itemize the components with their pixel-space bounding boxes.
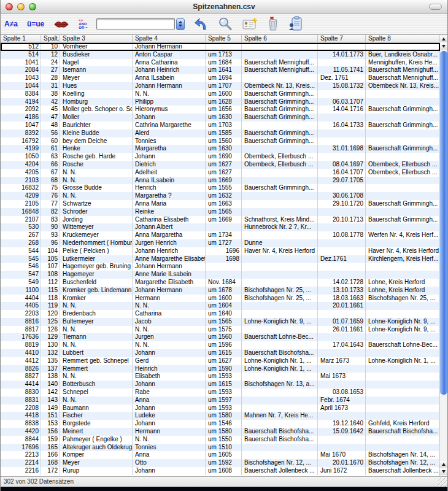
table-row[interactable]: 420976N. N.Margaretha ?um 163230.06.1708	[1, 192, 440, 200]
trash-icon[interactable]	[267, 17, 279, 31]
table-header-row: Spalte 1Spalt...Spalte 3Spalte 4Spalte 5…	[1, 35, 440, 43]
zoom-button[interactable]	[29, 3, 36, 10]
table-row[interactable]: 8830142SchnepelRabeum 159303.08.1653	[1, 389, 440, 396]
vertical-scrollbar[interactable]	[439, 35, 447, 476]
column-header[interactable]: Spalte 3	[60, 35, 133, 42]
table-row[interactable]: 51210VornheerJohann Hermann	[1, 43, 440, 51]
table-row[interactable]: 549112BuschenfeldMargarethe ElisabethNov…	[1, 279, 440, 287]
search-input[interactable]	[96, 18, 175, 29]
table-cell: um 1600	[206, 90, 242, 98]
table-cell	[318, 208, 366, 216]
table-row[interactable]: 4412135Remmert geb. SchnepelGerdum 1627L…	[1, 357, 440, 365]
table-row[interactable]: 104124NagelAnna Catharinaum 1684Bauersch…	[1, 59, 440, 67]
table-row[interactable]: 418647MollerJohannum 1630Bauerschaft Gri…	[1, 114, 440, 122]
table-row[interactable]: 4410132LubbertJohannum 1615Bauerschaft B…	[1, 349, 440, 357]
column-header[interactable]: Spalte 6	[242, 35, 318, 42]
clipboard-person-icon[interactable]	[288, 16, 303, 32]
table-row[interactable]: 8816125BultemeyerJacobum 1565Lohne-Konig…	[1, 318, 440, 326]
table-row[interactable]: 8831143N. N.Annaum 1597Febr. 1674	[1, 396, 440, 404]
table-cell: Bauerschaft Grimmingh...	[366, 122, 439, 130]
table-row[interactable]: 2208149BaumannJohannum 1593April 1673	[1, 404, 440, 412]
column-header[interactable]: Spalt...	[41, 35, 60, 42]
table-row[interactable]: 1100115Kromker geb. LindemannJohann Herm…	[1, 287, 440, 295]
table-row[interactable]: 420567N. N.Adelheitum 162716.04.1707Ober…	[1, 169, 440, 177]
table-cell: Niederhommert ( Hombur...	[60, 239, 133, 247]
table-row[interactable]: 8844159Pahmeyer ( Engelke )N. N.um 1550B…	[1, 436, 440, 444]
table-row[interactable]: 26793KruckemeyerAnna Margarethaum 173410…	[1, 231, 440, 239]
table-row[interactable]: 8819130N. N.N. N.um 159617.04.1643Bauers…	[1, 341, 440, 349]
close-button[interactable]	[6, 3, 13, 10]
table-cell: Bischofshagen Nr. 14, ...	[366, 451, 439, 459]
table-row[interactable]: 17636129TiemannJurgenum 1560Bauerschaft …	[1, 333, 440, 341]
table-row[interactable]: 1683275Grosse BuddeHenrichum 1555Bauersc…	[1, 184, 440, 192]
toolbar-toggle-button[interactable]	[429, 4, 442, 10]
table-row[interactable]: 546107Hagemeyer geb. BruningJohann Herma…	[1, 263, 440, 271]
table-row[interactable]: 17696165Altekruger auch OldekrugerTonnie…	[1, 444, 440, 452]
table-row[interactable]: 545105LutkermeierAnne Margarethe Elisabe…	[1, 255, 440, 263]
minimize-button[interactable]	[17, 3, 25, 10]
scroll-up-arrow-bottom[interactable]	[439, 461, 447, 468]
contact-card-icon[interactable]	[242, 17, 258, 31]
table-row[interactable]: 26896Niederhommert ( Hombur...Jurgen Hen…	[1, 239, 440, 247]
table-row[interactable]: 2203120BredenbachCatharinaum 1640	[1, 310, 440, 318]
table-row[interactable]: 104748BaurichterCathrina Margaretheum 17…	[1, 122, 440, 130]
table-row[interactable]: 53090WittemeyerJohann AlbertHunnebrock N…	[1, 223, 440, 231]
table-cell: 14.01.1773	[318, 51, 366, 59]
column-header[interactable]: Spalte 5	[206, 35, 242, 42]
table-row[interactable]: 1679260bey dem DeicheTonniesum 1560Bauer…	[1, 137, 440, 145]
condition-operators-button[interactable]: <> AND OR =	[79, 18, 87, 29]
table-cell: Gohfeld, Kreis Herford	[366, 420, 439, 428]
table-row[interactable]: 4420156MeinertHermannum 1580Bauerschaft …	[1, 428, 440, 436]
table-row[interactable]: 547108HagemeyerAnne Marie ILsabein	[1, 271, 440, 279]
table-row[interactable]: 419442HomburgPhilippum 1628Bauerschaft G…	[1, 98, 440, 106]
table-row[interactable]: 8827138N. N.Elisabethum 1593Mai 1673	[1, 373, 440, 381]
table-row[interactable]: 544104Pelke ( Pelcken )Johann Henrich169…	[1, 247, 440, 255]
table-row[interactable]: 4414140BotterbuschJohannum 1615Bischofsh…	[1, 381, 440, 389]
table-row[interactable]: 4404118KromkerHermannum 1600Bischofshage…	[1, 295, 440, 303]
scroll-down-arrow-top[interactable]	[439, 43, 447, 50]
table-row[interactable]: 839256Kleine BuddeAlerdum 1585Bauerschaf…	[1, 130, 440, 137]
umlaut-convert-button[interactable]: ü=ue	[27, 20, 44, 28]
table-cell: 20.10.1713	[318, 216, 366, 224]
table-row[interactable]: 51412BusdiekerAnton Casparum 171314.01.1…	[1, 51, 440, 59]
scroll-up-arrow-top[interactable]	[439, 36, 447, 42]
table-row[interactable]: 210577SchwartzeAnna Mariaum 166329.10.17…	[1, 200, 440, 208]
table-cell: 268	[1, 239, 41, 247]
lips-icon[interactable]	[53, 20, 69, 29]
table-row[interactable]: 838438KoellingN. N.um 1600Bauerschaft Gr…	[1, 90, 440, 98]
table-row[interactable]: 2216172RurupJohannum 1608Bauerschaft Jol…	[1, 467, 440, 475]
scrollbar-thumb[interactable]	[440, 51, 447, 395]
table-row[interactable]: 4418151FischerLudekeum 1580Mahnen Nr. 7,…	[1, 412, 440, 420]
table-row[interactable]: 210783JordingCatharina Elisabethum 1669S…	[1, 216, 440, 224]
table-row[interactable]: 104431HuesJohann Hermannum 1707Obernbeck…	[1, 82, 440, 90]
column-header[interactable]: Spalte 4	[133, 35, 206, 42]
resize-grip[interactable]	[438, 477, 447, 487]
table-row[interactable]: 419961HenkeMargarethaum 163031.01.1698Ba…	[1, 145, 440, 153]
column-header[interactable]: Spalte 1	[1, 35, 41, 42]
table-row[interactable]: 8838153BorgstedeJohannum 154619.12.1640G…	[1, 420, 440, 428]
search-stepper[interactable]	[176, 18, 185, 30]
table-row[interactable]: 209245Moller geb. Schoper o. Sc...Hieron…	[1, 106, 440, 114]
scroll-down-arrow-bottom[interactable]	[439, 468, 447, 475]
table-row[interactable]: 2214168MeyerOttoum 1592Bischofshagen Nr.…	[1, 459, 440, 467]
table-cell: Bischofshagen Nr. 12, ...	[242, 459, 318, 467]
table-row[interactable]: 208427IsemannJohann Heinrichum 1641Bauer…	[1, 66, 440, 74]
table-row[interactable]: 8826137RemmertHeinrichum 1590Lohne-Konig…	[1, 365, 440, 373]
table-row[interactable]: 420466RoscheDietrichum 1627Obernbeck, El…	[1, 161, 440, 169]
table-cell: Johann	[133, 153, 206, 161]
table-row[interactable]: 104328MeyerAnna ILsabeinum 1694Dez. 1761…	[1, 74, 440, 82]
table-row[interactable]: 2213166KomperAnnaum 1605Mai 1670Bischofs…	[1, 451, 440, 459]
search-icon[interactable]	[218, 17, 233, 31]
table-row[interactable]: 210368N. N.Anna ILsabeinum 166929.07.170…	[1, 177, 440, 185]
table-cell	[366, 43, 439, 51]
table-row[interactable]: 4405119N. N.N. N.um 160420.01.1661	[1, 302, 440, 310]
table-row[interactable]: 8817126N. N.N. N.um 157526.01.1661Lohne-…	[1, 326, 440, 334]
column-header[interactable]: Spalte 7	[318, 35, 366, 42]
undo-arrow-icon[interactable]	[194, 17, 209, 31]
table-cell: 118	[41, 295, 60, 303]
case-sensitive-button[interactable]: A≠a	[4, 20, 18, 28]
table-cell: N. N.	[133, 302, 206, 310]
column-header[interactable]: Spalte 8	[366, 35, 439, 42]
table-row[interactable]: 105063Rosche geb. HardeJohannum 1690Ober…	[1, 153, 440, 161]
table-row[interactable]: 1684882SchroderReinkeum 1565	[1, 208, 440, 216]
